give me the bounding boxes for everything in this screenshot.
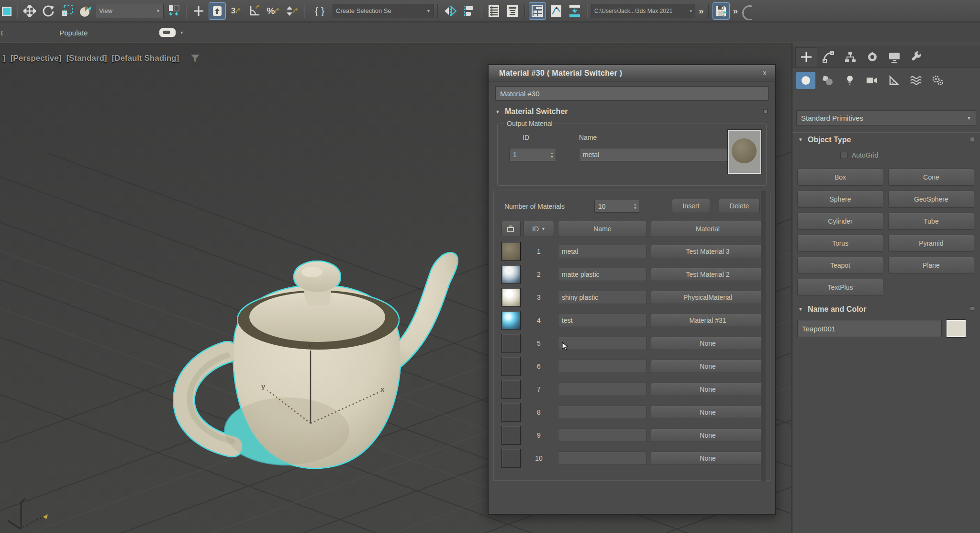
- object-type-button-teapot[interactable]: Teapot: [797, 257, 883, 274]
- selection-set-dropdown[interactable]: Create Selection Se ▼: [333, 4, 434, 18]
- material-slot-name-field[interactable]: [558, 337, 647, 350]
- category-dropdown[interactable]: Standard Primitives ▼: [796, 110, 976, 125]
- material-slot-thumbnail[interactable]: [501, 242, 521, 261]
- create-tab-icon[interactable]: [795, 47, 817, 67]
- hierarchy-tab-icon[interactable]: [839, 47, 861, 67]
- material-column-header[interactable]: Material: [651, 221, 765, 237]
- display-tab-icon[interactable]: [883, 47, 905, 67]
- scale-tool-icon[interactable]: [58, 2, 76, 20]
- object-type-button-cone[interactable]: Cone: [888, 169, 974, 186]
- shapes-icon[interactable]: [818, 72, 837, 89]
- material-slot-thumbnail[interactable]: [501, 380, 521, 399]
- ribbon-partial-tab[interactable]: t: [1, 29, 3, 37]
- rollout-pin-icon[interactable]: [970, 137, 974, 141]
- move-tool-icon[interactable]: [21, 2, 38, 20]
- material-slot-thumbnail[interactable]: [501, 311, 521, 330]
- material-slot-material-button[interactable]: None: [651, 452, 765, 465]
- geometry-icon[interactable]: [796, 72, 815, 89]
- dialog-titlebar[interactable]: Material #30 ( Material Switcher ): [489, 65, 775, 81]
- scrollbar-gutter[interactable]: [761, 191, 766, 481]
- material-slot-material-button[interactable]: None: [651, 360, 765, 373]
- material-slot-name-field[interactable]: [558, 383, 647, 396]
- material-slot-material-button[interactable]: None: [651, 337, 765, 350]
- material-slot-thumbnail[interactable]: [501, 334, 521, 353]
- select-object-icon[interactable]: [1, 3, 13, 19]
- reference-coordinate-dropdown[interactable]: View ▼: [96, 4, 164, 18]
- angle-snap-icon[interactable]: [246, 2, 263, 20]
- material-slot-thumbnail[interactable]: [501, 288, 521, 307]
- pivot-point-icon[interactable]: [165, 2, 182, 20]
- save-file-icon[interactable]: [713, 2, 730, 20]
- output-id-spinner[interactable]: 1 ▲▼: [509, 148, 556, 161]
- material-slot-name-field[interactable]: test: [558, 314, 647, 327]
- output-material-preview[interactable]: [728, 130, 761, 174]
- object-type-button-pyramid[interactable]: Pyramid: [888, 235, 974, 252]
- thumbnail-column-header[interactable]: [501, 221, 521, 237]
- layer-explorer-icon[interactable]: [504, 2, 521, 20]
- material-slot-name-field[interactable]: [558, 429, 647, 442]
- material-slot-material-button[interactable]: PhysicalMaterial: [651, 291, 765, 304]
- material-slot-name-field[interactable]: [558, 360, 647, 373]
- material-switcher-rollout-header[interactable]: ▼ Material Switcher: [495, 107, 568, 116]
- autogrid-checkbox[interactable]: [840, 152, 847, 159]
- material-slot-name-field[interactable]: matte plastic: [558, 268, 647, 281]
- id-column-header[interactable]: ID ▼: [523, 221, 554, 237]
- delete-button[interactable]: Delete: [719, 199, 760, 213]
- viewport-label-view[interactable]: [Perspective]: [11, 54, 62, 63]
- name-and-color-rollout-header[interactable]: ▼ Name and Color: [792, 302, 980, 316]
- material-slot-name-field[interactable]: shiny plastic: [558, 291, 647, 304]
- material-name-field[interactable]: Material #30: [495, 86, 768, 101]
- object-color-swatch[interactable]: [947, 320, 966, 337]
- cameras-icon[interactable]: [862, 72, 881, 89]
- viewport-label-renderer[interactable]: [Standard]: [66, 54, 107, 63]
- viewport-filter-icon[interactable]: [190, 54, 200, 63]
- object-type-button-torus[interactable]: Torus: [797, 235, 883, 252]
- rotate-tool-icon[interactable]: [40, 2, 57, 20]
- align-icon[interactable]: [460, 2, 478, 20]
- material-slot-name-field[interactable]: metal: [558, 245, 647, 258]
- object-name-field[interactable]: Teapot001: [797, 320, 942, 337]
- snap-toggle-magnet-icon[interactable]: [209, 2, 226, 20]
- name-column-header[interactable]: Name: [558, 221, 647, 237]
- curve-editor-icon[interactable]: [547, 2, 565, 20]
- populate-tool-icon[interactable]: [159, 28, 176, 37]
- select-place-icon[interactable]: [77, 2, 94, 20]
- lights-icon[interactable]: [840, 72, 859, 89]
- material-slot-material-button[interactable]: None: [651, 406, 765, 419]
- object-type-button-cylinder[interactable]: Cylinder: [797, 213, 883, 230]
- number-of-materials-spinner[interactable]: 10 ▲▼: [594, 200, 639, 213]
- manipulate-icon[interactable]: [190, 2, 207, 20]
- rollout-pin-icon[interactable]: [970, 306, 974, 311]
- spinner-arrows-icon[interactable]: ▲▼: [634, 203, 639, 210]
- output-name-field[interactable]: metal: [579, 148, 731, 161]
- snap-3d-icon[interactable]: 3: [227, 2, 245, 20]
- material-slot-material-button[interactable]: Test Material 3: [651, 245, 765, 258]
- render-setup-icon[interactable]: [740, 2, 752, 20]
- material-slot-thumbnail[interactable]: [501, 426, 521, 445]
- material-slot-name-field[interactable]: [558, 452, 647, 465]
- systems-icon[interactable]: [928, 72, 947, 89]
- toolbar-overflow-chevron[interactable]: »: [731, 6, 739, 16]
- schematic-view-icon[interactable]: [566, 2, 583, 20]
- scene-explorer-icon[interactable]: [485, 2, 502, 20]
- toolbar-overflow-chevron[interactable]: »: [697, 6, 705, 16]
- material-slot-thumbnail[interactable]: [501, 403, 521, 422]
- object-type-button-box[interactable]: Box: [797, 169, 883, 186]
- object-type-button-plane[interactable]: Plane: [888, 257, 974, 274]
- spinner-arrows-icon[interactable]: ▲▼: [550, 151, 556, 159]
- mirror-icon[interactable]: [442, 2, 459, 20]
- object-type-button-geosphere[interactable]: GeoSphere: [888, 191, 974, 208]
- material-slot-thumbnail[interactable]: [501, 265, 521, 284]
- insert-button[interactable]: Insert: [672, 199, 710, 213]
- material-slot-thumbnail[interactable]: [501, 449, 521, 468]
- object-type-rollout-header[interactable]: ▼ Object Type: [792, 132, 980, 147]
- material-slot-thumbnail[interactable]: [501, 357, 521, 376]
- spinner-snap-icon[interactable]: [283, 2, 301, 20]
- ribbon-toggle-icon[interactable]: [529, 2, 546, 20]
- material-slot-material-button[interactable]: None: [651, 383, 765, 396]
- material-slot-material-button[interactable]: Test Material 2: [651, 268, 765, 281]
- motion-tab-icon[interactable]: [861, 47, 883, 67]
- object-type-button-textplus[interactable]: TextPlus: [797, 279, 883, 296]
- space-warps-icon[interactable]: [906, 72, 925, 89]
- teapot-object[interactable]: z x y: [144, 225, 479, 493]
